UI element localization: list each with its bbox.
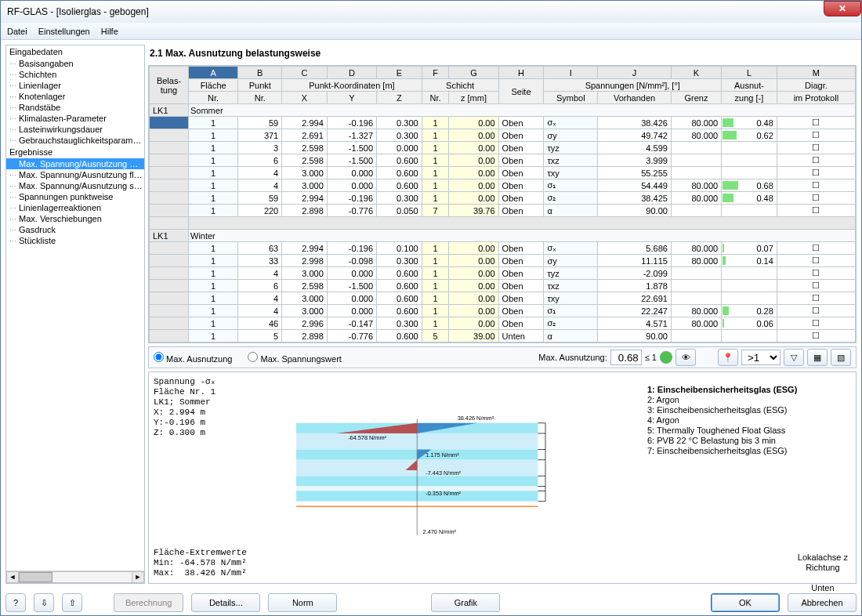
menu-einstellungen[interactable]: Einstellungen xyxy=(38,27,90,36)
tree-group[interactable]: Eingabedaten xyxy=(6,45,144,58)
graphics-button[interactable]: ▧ xyxy=(831,349,851,366)
svg-text:38.426 N/mm²: 38.426 N/mm² xyxy=(458,415,494,422)
opt-max-spannung[interactable]: Max. Spannungswert xyxy=(248,352,341,364)
content-area: EingabedatenBasisangabenSchichtenLinienl… xyxy=(1,40,861,589)
table-row[interactable]: 143.0000.0000.60010.00Obenτxy22.691 xyxy=(150,292,856,305)
filter-button[interactable]: ▽ xyxy=(784,349,804,366)
stress-diagram: 38.426 N/mm² -64.578 N/mm² 1.175 N/mm² -… xyxy=(279,377,647,578)
titlebar: RF-GLAS - [Isolierglas - gebogen] ✕ xyxy=(1,1,861,23)
filter-combo[interactable]: >1 xyxy=(741,350,781,365)
window-title: RF-GLAS - [Isolierglas - gebogen] xyxy=(7,6,149,17)
nav-tree[interactable]: EingabedatenBasisangabenSchichtenLinienl… xyxy=(5,45,145,584)
status-ok-icon xyxy=(660,351,672,364)
legend-item: 5: Thermally Toughened Float Glass xyxy=(647,426,851,436)
max-ausnutzung-label: Max. Ausnutzung: xyxy=(538,353,607,362)
tree-item[interactable]: Max. Verschiebungen xyxy=(6,213,144,224)
table-row[interactable]: 162.598-1.5000.60010.00Obenτxz3.999 xyxy=(150,154,856,167)
tree-item[interactable]: Knotenlager xyxy=(6,91,144,102)
table-row[interactable]: 1332.998-0.0980.30010.00Obenσy11.11580.0… xyxy=(150,255,856,267)
tree-item[interactable]: Schichten xyxy=(6,69,144,80)
details-button[interactable]: Details... xyxy=(191,593,260,612)
table-row[interactable]: 12202.898-0.7760.050739.76Obenα90.00 xyxy=(150,205,856,217)
menu-datei[interactable]: Datei xyxy=(7,27,27,36)
svg-text:1.175 N/mm²: 1.175 N/mm² xyxy=(426,451,459,458)
tree-item[interactable]: Spannungen punktweise xyxy=(6,191,144,202)
tree-item[interactable]: Max. Spannung/Ausnutzung schichtweise xyxy=(6,180,144,191)
legend-item: 1: Einscheibensicherheitsglas (ESG) xyxy=(647,385,851,395)
tree-group[interactable]: Ergebnisse xyxy=(6,146,144,158)
table-row[interactable]: 1592.994-0.1960.30010.00Obenσ₂38.42580.0… xyxy=(150,192,856,205)
legend-item: 3: Einscheibensicherheitsglas (ESG) xyxy=(647,405,851,415)
legend-item: 2: Argon xyxy=(647,395,851,405)
tree-item[interactable]: Randstäbe xyxy=(6,102,144,113)
svg-text:-7.443 N/mm²: -7.443 N/mm² xyxy=(426,469,461,476)
table-row[interactable]: 13712.691-1.3270.30010.00Obenσy49.74280.… xyxy=(150,129,856,142)
tree-item[interactable]: Linienlagerreaktionen xyxy=(6,202,144,213)
svg-text:-0.353 N/mm²: -0.353 N/mm² xyxy=(426,490,461,497)
close-button[interactable]: ✕ xyxy=(824,1,861,16)
table-row[interactable]: 143.0000.0000.60010.00Obenσ₁54.44980.000… xyxy=(150,179,856,192)
eye-button[interactable]: 👁 xyxy=(675,349,696,366)
pointer-button[interactable]: 📍 xyxy=(718,349,738,366)
import-button[interactable]: ⇩ xyxy=(34,593,54,612)
tree-item[interactable]: Linienlager xyxy=(6,80,144,91)
table-row[interactable]: 143.0000.0000.60010.00Obenτyz-2.099 xyxy=(150,267,856,280)
export-button2[interactable]: ⇧ xyxy=(62,593,82,612)
diagram-legend: 1: Einscheibensicherheitsglas (ESG)2: Ar… xyxy=(647,377,851,578)
table-row[interactable]: 143.0000.0000.60010.00Obenτxy55.255 xyxy=(150,167,856,179)
cancel-button[interactable]: Abbrechen xyxy=(788,593,857,612)
ok-button[interactable]: OK xyxy=(711,593,780,612)
menu-hilfe[interactable]: Hilfe xyxy=(101,27,118,36)
table-row[interactable]: 1632.994-0.1960.10010.00Obenσₓ5.68680.00… xyxy=(150,242,856,255)
button-row: ? ⇩ ⇧ Berechnung Details... Norm Grafik … xyxy=(1,589,861,615)
leq-one: ≤ 1 xyxy=(645,353,657,362)
table-row[interactable]: 1462.996-0.1470.30010.00Obenσ₂4.57180.00… xyxy=(150,317,856,330)
export-button[interactable]: ▦ xyxy=(807,349,828,366)
table-row[interactable]: 152.898-0.7760.600539.00Untenα90.00 xyxy=(150,330,856,342)
options-bar: Max. Ausnutzung Max. Spannungswert Max. … xyxy=(148,346,857,368)
main-panel: 2.1 Max. Ausnutzung belastungsweise Bela… xyxy=(148,45,857,584)
tree-item[interactable]: Gebrauchstauglichkeitsparameter xyxy=(6,135,144,146)
table-row[interactable]: 1592.994-0.1960.30010.00Obenσₓ38.42680.0… xyxy=(150,117,856,129)
max-ausnutzung-value[interactable] xyxy=(610,350,642,365)
svg-text:2.470 N/mm²: 2.470 N/mm² xyxy=(423,528,457,535)
diagram-extreme: Fläche-Extremwerte Min: -64.578 N/mm² Ma… xyxy=(154,548,279,578)
axis-label: Lokalachse z Richtung Unten xyxy=(798,553,848,593)
berechnung-button[interactable]: Berechnung xyxy=(114,593,183,612)
legend-item: 6: PVB 22 °C Belastung bis 3 min xyxy=(647,436,851,446)
diagram-info: Spannung -σₓ Fläche Nr. 1 LK1; Sommer X:… xyxy=(154,377,279,438)
norm-button[interactable]: Norm xyxy=(268,593,337,612)
section-title: 2.1 Max. Ausnutzung belastungsweise xyxy=(148,45,857,62)
legend-item: 4: Argon xyxy=(647,415,851,426)
legend-item: 7: Einscheibensicherheitsglas (ESG) xyxy=(647,446,851,456)
tree-scrollbar[interactable]: ◄► xyxy=(6,571,144,583)
diagram-box: Spannung -σₓ Fläche Nr. 1 LK1; Sommer X:… xyxy=(148,371,857,584)
opt-max-ausnutzung[interactable]: Max. Ausnutzung xyxy=(154,352,232,364)
grafik-button[interactable]: Grafik xyxy=(431,593,500,612)
tree-item[interactable]: Gasdruck xyxy=(6,224,144,235)
table-row[interactable]: 143.0000.0000.60010.00Obenσ₁22.24780.000… xyxy=(150,305,856,317)
tree-item[interactable]: Stückliste xyxy=(6,235,144,246)
app-window: RF-GLAS - [Isolierglas - gebogen] ✕ Date… xyxy=(0,0,862,616)
tree-item[interactable]: Max. Spannung/Ausnutzung belastungsweise xyxy=(6,158,144,169)
svg-text:-64.578 N/mm²: -64.578 N/mm² xyxy=(348,434,386,441)
results-table[interactable]: Belas-tungABCDEFGHIJKLMFlächePunktPunkt-… xyxy=(148,65,857,343)
menubar: Datei Einstellungen Hilfe xyxy=(1,23,861,40)
table-row[interactable]: 132.598-1.5000.00010.00Obenτyz4.599 xyxy=(150,142,856,154)
tree-item[interactable]: Klimalasten-Parameter xyxy=(6,113,144,124)
tree-item[interactable]: Max. Spannung/Ausnutzung flächenweise xyxy=(6,169,144,180)
tree-item[interactable]: Lasteinwirkungsdauer xyxy=(6,124,144,135)
help-button[interactable]: ? xyxy=(5,593,26,612)
table-row[interactable]: 162.598-1.5000.60010.00Obenτxz1.878 xyxy=(150,280,856,292)
tree-item[interactable]: Basisangaben xyxy=(6,58,144,69)
